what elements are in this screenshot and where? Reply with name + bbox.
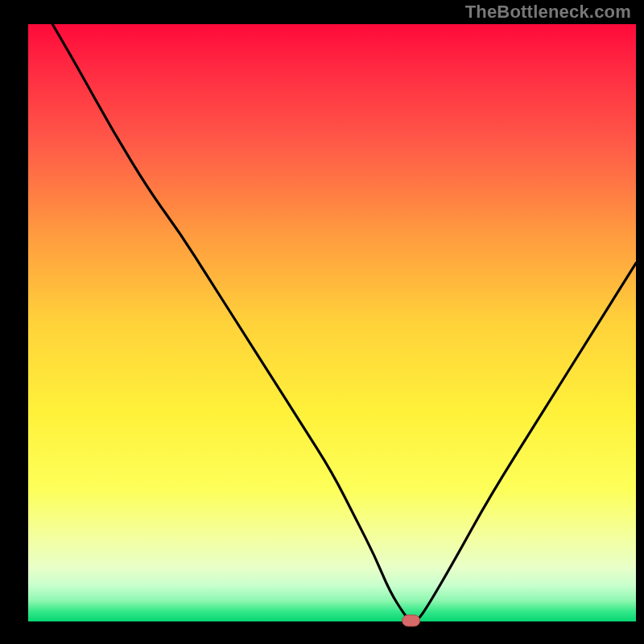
watermark-text: TheBottleneck.com <box>465 2 631 23</box>
optimal-point-marker <box>402 615 420 626</box>
bottleneck-chart: TheBottleneck.com <box>0 0 644 644</box>
chart-svg <box>0 0 644 644</box>
chart-plot-area <box>28 24 636 621</box>
